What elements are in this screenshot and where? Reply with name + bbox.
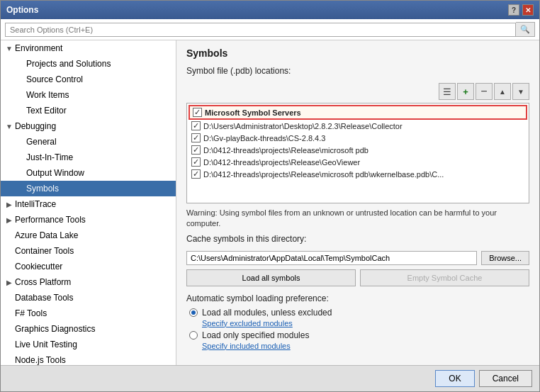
search-input[interactable] (5, 23, 516, 37)
tree-item-nodejs-tools[interactable]: Node.js Tools (1, 352, 176, 365)
cancel-button[interactable]: Cancel (479, 370, 532, 387)
symbol-label-path1: D:\Users\Administrator\Desktop\2.8.2.3\R… (203, 122, 403, 130)
symbol-label-path3: D:\0412-threads\projects\Release\microso… (203, 146, 369, 155)
tree-item-just-in-time[interactable]: Just-In-Time (1, 150, 176, 165)
tree-label-database-tools: Database Tools (15, 293, 74, 303)
panel-title: Symbols (186, 47, 529, 59)
tree-item-fsharp-tools[interactable]: F# Tools (1, 306, 176, 321)
tree-item-cross-platform[interactable]: ▶Cross Platform (1, 274, 176, 290)
tree-label-azure-data-lake: Azure Data Lake (15, 230, 78, 240)
symbol-row-ms-servers[interactable]: Microsoft Symbol Servers (189, 105, 527, 120)
radio-group: Load all modules, unless excluded Specif… (186, 308, 529, 350)
checkbox-path3[interactable] (191, 145, 201, 155)
tree-item-container-tools[interactable]: Container Tools (1, 243, 176, 259)
tree-label-container-tools: Container Tools (15, 246, 74, 256)
expander-environment: ▼ (4, 45, 15, 52)
tree-item-source-control[interactable]: Source Control (1, 72, 176, 87)
symbol-row-path2[interactable]: D:\Gv-playBack-threads\CS-2.8.4.3 (189, 132, 527, 144)
symbol-row-path3[interactable]: D:\0412-threads\projects\Release\microso… (189, 144, 527, 156)
tree-label-projects-solutions: Projects and Solutions (26, 59, 111, 69)
radio-item-load-all: Load all modules, unless excluded Specif… (189, 308, 529, 327)
radio-load-all-label: Load all modules, unless excluded (202, 308, 332, 318)
help-button[interactable]: ? (508, 4, 519, 16)
ok-button[interactable]: OK (435, 370, 474, 387)
empty-cache-btn[interactable]: Empty Symbol Cache (360, 269, 529, 286)
symbol-list: Microsoft Symbol ServersD:\Users\Adminis… (187, 103, 529, 203)
cache-label: Cache symbols in this directory: (186, 234, 529, 244)
symbol-list-wrapper: ☰ + − ▲ ▼ Microsoft Symbol ServersD:\Use… (186, 83, 529, 203)
checkbox-path4[interactable] (191, 157, 201, 167)
tb-remove-btn[interactable]: − (476, 83, 493, 100)
tree-item-intellitrace[interactable]: ▶IntelliTrace (1, 196, 176, 212)
cache-row: Browse... (186, 251, 529, 265)
tree-item-azure-data-lake[interactable]: Azure Data Lake (1, 228, 176, 243)
radio-load-specified[interactable] (189, 331, 198, 340)
radio-row-load-specified[interactable]: Load only specified modules (189, 330, 529, 340)
tree-item-symbols[interactable]: Symbols (1, 181, 176, 196)
main-content: ▼EnvironmentProjects and SolutionsSource… (1, 40, 539, 365)
close-button[interactable]: ✕ (522, 4, 534, 16)
tb-down-btn[interactable]: ▼ (512, 83, 529, 100)
tree-label-live-unit-testing: Live Unit Testing (15, 340, 77, 349)
specify-included-link[interactable]: Specify included modules (202, 342, 529, 350)
cache-path-input[interactable] (186, 251, 477, 265)
expander-debugging: ▼ (4, 123, 15, 130)
tree-label-general: General (26, 137, 57, 147)
tree-label-output-window: Output Window (26, 168, 84, 178)
options-tree: ▼EnvironmentProjects and SolutionsSource… (1, 40, 176, 365)
toolbar-buttons: ☰ + − ▲ ▼ (439, 83, 529, 100)
tree-item-projects-solutions[interactable]: Projects and Solutions (1, 56, 176, 72)
checkbox-path1[interactable] (191, 121, 201, 130)
tb-list-btn[interactable]: ☰ (439, 83, 456, 100)
symbol-label-ms-servers: Microsoft Symbol Servers (205, 108, 301, 117)
tree-item-performance-tools[interactable]: ▶Performance Tools (1, 212, 176, 228)
symbol-row-path4[interactable]: D:\0412-threads\projects\Release\GeoView… (189, 156, 527, 168)
tree-label-just-in-time: Just-In-Time (26, 152, 73, 162)
tree-label-cookiecutter: Cookiecutter (15, 262, 62, 271)
tree-label-symbols: Symbols (26, 184, 59, 194)
search-bar: 🔍 (1, 19, 539, 40)
tree-label-nodejs-tools: Node.js Tools (15, 355, 66, 365)
tree-item-live-unit-testing[interactable]: Live Unit Testing (1, 337, 176, 352)
specify-excluded-link[interactable]: Specify excluded modules (202, 319, 529, 327)
tree-label-cross-platform: Cross Platform (15, 277, 71, 287)
symbol-row-path5[interactable]: D:\0412-threads\projects\Release\microso… (189, 168, 527, 180)
tree-item-database-tools[interactable]: Database Tools (1, 290, 176, 306)
tree-label-debugging: Debugging (15, 121, 56, 131)
radio-item-load-specified: Load only specified modules Specify incl… (189, 330, 529, 350)
tree-label-work-items: Work Items (26, 90, 69, 100)
tb-up-btn[interactable]: ▲ (494, 83, 511, 100)
tree-item-cookiecutter[interactable]: Cookiecutter (1, 259, 176, 274)
checkbox-path5[interactable] (191, 169, 201, 179)
load-all-symbols-btn[interactable]: Load all symbols (186, 269, 356, 286)
tree-item-environment[interactable]: ▼Environment (1, 40, 176, 56)
symbol-row-path1[interactable]: D:\Users\Administrator\Desktop\2.8.2.3\R… (189, 120, 527, 132)
checkbox-ms-servers[interactable] (193, 108, 202, 117)
tb-add-btn[interactable]: + (457, 83, 474, 100)
tree-item-debugging[interactable]: ▼Debugging (1, 118, 176, 134)
tree-item-text-editor[interactable]: Text Editor (1, 103, 176, 118)
tree-item-graphics-diagnostics[interactable]: Graphics Diagnostics (1, 321, 176, 337)
search-button[interactable]: 🔍 (516, 22, 535, 37)
symbol-label-path4: D:\0412-threads\projects\Release\GeoView… (203, 158, 360, 167)
window-title: Options (6, 5, 38, 15)
tree-item-work-items[interactable]: Work Items (1, 87, 176, 103)
symbol-list-container: Microsoft Symbol ServersD:\Users\Adminis… (186, 103, 529, 203)
tree-label-fsharp-tools: F# Tools (15, 308, 47, 318)
radio-load-all[interactable] (189, 308, 198, 317)
symbol-label-path2: D:\Gv-playBack-threads\CS-2.8.4.3 (203, 134, 325, 142)
browse-button[interactable]: Browse... (481, 251, 529, 265)
options-window: Options ? ✕ 🔍 ▼EnvironmentProjects and S… (0, 0, 540, 392)
radio-row-load-all[interactable]: Load all modules, unless excluded (189, 308, 529, 318)
tree-item-general[interactable]: General (1, 134, 176, 150)
symbol-toolbar: ☰ + − ▲ ▼ (186, 83, 529, 100)
tree-item-output-window[interactable]: Output Window (1, 165, 176, 181)
radio-load-specified-label: Load only specified modules (202, 330, 309, 340)
checkbox-path2[interactable] (191, 133, 201, 142)
expander-intellitrace: ▶ (4, 201, 15, 208)
tree-label-graphics-diagnostics: Graphics Diagnostics (15, 324, 95, 334)
warning-text: Warning: Using symbol files from an unkn… (186, 208, 529, 230)
title-bar-buttons: ? ✕ (508, 4, 534, 16)
symbols-panel: Symbols Symbol file (.pdb) locations: ☰ … (176, 40, 539, 365)
tree-label-intellitrace: IntelliTrace (15, 199, 56, 209)
